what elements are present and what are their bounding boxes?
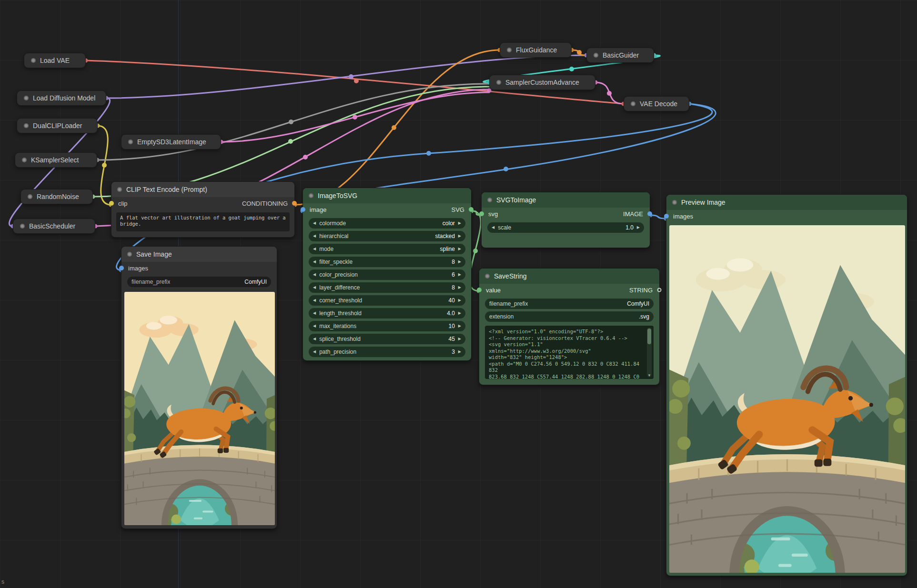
node-vae-decode[interactable]: VAE Decode xyxy=(624,96,689,111)
increment-arrow[interactable]: ▶ xyxy=(458,234,461,238)
decrement-arrow[interactable]: ◀ xyxy=(313,234,316,238)
input-port-images[interactable] xyxy=(119,266,124,270)
node-save-string[interactable]: SaveString value STRING filename_prefix … xyxy=(479,268,660,385)
collapse-dot[interactable] xyxy=(594,53,598,58)
collapse-dot[interactable] xyxy=(24,123,29,128)
node-empty-sd3-latent-image[interactable]: EmptySD3LatentImage xyxy=(121,134,221,149)
widget-colormode[interactable]: ◀ colormode color ▶ xyxy=(309,218,465,229)
increment-arrow[interactable]: ▶ xyxy=(458,350,461,354)
preview-image-goat-bridge[interactable] xyxy=(669,225,905,573)
input-port-image[interactable] xyxy=(301,207,305,212)
canvas-artifact-text: s xyxy=(1,578,4,585)
collapse-dot[interactable] xyxy=(128,140,133,144)
widget-path-precision[interactable]: ◀ path_precision 3 ▶ xyxy=(309,347,465,357)
node-title: Load Diffusion Model xyxy=(33,94,95,102)
node-image-to-svg[interactable]: ImageToSVG image SVG ◀ colormode color ▶… xyxy=(302,188,472,361)
widget-mode[interactable]: ◀ mode spline ▶ xyxy=(309,244,465,254)
input-port-svg[interactable] xyxy=(479,211,484,216)
node-title: EmptySD3LatentImage xyxy=(137,138,206,146)
node-random-noise[interactable]: RandomNoise xyxy=(20,189,93,204)
increment-arrow[interactable]: ▶ xyxy=(458,299,461,302)
increment-arrow[interactable]: ▶ xyxy=(458,260,461,264)
collapse-dot[interactable] xyxy=(31,58,36,63)
widget-hierarchical[interactable]: ◀ hierarchical stacked ▶ xyxy=(309,231,465,241)
widget-splice-threshold[interactable]: ◀ splice_threshold 45 ▶ xyxy=(309,334,465,344)
collapse-dot[interactable] xyxy=(487,198,492,202)
node-svg-to-image[interactable]: SVGToImage svg IMAGE ◀ scale 1.0 ▶ xyxy=(481,192,650,248)
decrement-arrow[interactable]: ◀ xyxy=(313,337,316,341)
scrollbar-thumb[interactable] xyxy=(647,329,651,344)
widget-filter-speckle[interactable]: ◀ filter_speckle 8 ▶ xyxy=(309,257,465,267)
node-clip-text-encode[interactable]: CLIP Text Encode (Prompt) clip CONDITION… xyxy=(111,181,295,238)
node-graph-canvas[interactable]: Load VAE Load Diffusion Model DualCLIPLo… xyxy=(0,0,917,588)
scroll-down-icon[interactable]: ▾ xyxy=(647,373,652,378)
node-header[interactable]: SVGToImage xyxy=(482,192,650,208)
widget-corner-threshold[interactable]: ◀ corner_threshold 40 ▶ xyxy=(309,295,465,306)
node-save-image[interactable]: Save Image images filename_prefix ComfyU… xyxy=(121,246,277,529)
node-load-vae[interactable]: Load VAE xyxy=(24,53,86,68)
node-header[interactable]: ImageToSVG xyxy=(303,188,471,203)
decrement-arrow[interactable]: ◀ xyxy=(313,260,316,264)
decrement-arrow[interactable]: ◀ xyxy=(313,350,316,354)
decrement-arrow[interactable]: ◀ xyxy=(313,273,316,277)
collapse-dot[interactable] xyxy=(309,193,313,198)
decrement-arrow[interactable]: ◀ xyxy=(313,324,316,328)
increment-arrow[interactable]: ▶ xyxy=(458,221,461,225)
increment-arrow[interactable]: ▶ xyxy=(637,226,640,229)
node-dual-clip-loader[interactable]: DualCLIPLoader xyxy=(17,118,98,133)
input-port-images[interactable] xyxy=(664,214,669,219)
increment-arrow[interactable]: ▶ xyxy=(458,324,461,328)
collapse-dot[interactable] xyxy=(28,194,32,199)
decrement-arrow[interactable]: ◀ xyxy=(313,299,316,302)
collapse-dot[interactable] xyxy=(127,252,132,257)
widget-scale[interactable]: ◀ scale 1.0 ▶ xyxy=(487,222,644,233)
collapse-dot[interactable] xyxy=(485,274,490,279)
node-header[interactable]: Preview Image xyxy=(666,195,907,210)
collapse-dot[interactable] xyxy=(507,48,512,52)
collapse-dot[interactable] xyxy=(20,224,25,229)
input-port-clip[interactable] xyxy=(109,201,114,206)
increment-arrow[interactable]: ▶ xyxy=(458,286,461,289)
widget-filename-prefix[interactable]: filename_prefix ComfyUI xyxy=(485,299,654,309)
node-header[interactable]: Save Image xyxy=(121,247,277,262)
collapse-dot[interactable] xyxy=(672,200,677,205)
node-flux-guidance[interactable]: FluxGuidance xyxy=(500,42,572,58)
decrement-arrow[interactable]: ◀ xyxy=(313,311,316,315)
node-basic-guider[interactable]: BasicGuider xyxy=(586,48,654,63)
collapse-dot[interactable] xyxy=(117,187,122,192)
node-load-diffusion-model[interactable]: Load Diffusion Model xyxy=(17,90,106,106)
increment-arrow[interactable]: ▶ xyxy=(458,311,461,315)
decrement-arrow[interactable]: ◀ xyxy=(492,226,494,229)
node-header[interactable]: SaveString xyxy=(479,269,659,284)
saved-image-goat-bridge[interactable] xyxy=(124,292,275,525)
collapse-dot[interactable] xyxy=(631,101,635,106)
decrement-arrow[interactable]: ◀ xyxy=(313,221,316,225)
output-port-image[interactable] xyxy=(647,211,652,216)
widget-layer-difference[interactable]: ◀ layer_difference 8 ▶ xyxy=(309,282,465,293)
collapse-dot[interactable] xyxy=(24,96,29,100)
increment-arrow[interactable]: ▶ xyxy=(458,273,461,277)
output-port-svg[interactable] xyxy=(469,207,474,212)
widget-filename-prefix[interactable]: filename_prefix ComfyUI xyxy=(127,277,271,287)
decrement-arrow[interactable]: ◀ xyxy=(313,286,316,289)
node-basic-scheduler[interactable]: BasicScheduler xyxy=(13,219,95,234)
node-sampler-custom-advance[interactable]: SamplerCustomAdvance xyxy=(489,75,595,90)
widget-extension[interactable]: extension .svg xyxy=(485,311,654,322)
scrollbar[interactable]: ▾ xyxy=(647,328,652,377)
output-port-conditioning[interactable] xyxy=(292,201,297,206)
collapse-dot[interactable] xyxy=(496,80,501,85)
widget-color-precision[interactable]: ◀ color_precision 6 ▶ xyxy=(309,269,465,280)
collapse-dot[interactable] xyxy=(22,158,27,162)
node-preview-image[interactable]: Preview Image images xyxy=(666,194,907,576)
increment-arrow[interactable]: ▶ xyxy=(458,337,461,341)
prompt-text-widget[interactable]: A flat vector art illustration of a goat… xyxy=(116,212,290,231)
svg-source-textarea[interactable]: <?xml version="1.0" encoding="UTF-8"?> <… xyxy=(485,326,654,379)
output-port-string[interactable] xyxy=(657,288,662,292)
widget-max-iterations[interactable]: ◀ max_iterations 10 ▶ xyxy=(309,321,465,331)
widget-length-threshold[interactable]: ◀ length_threshold 4.0 ▶ xyxy=(309,308,465,319)
decrement-arrow[interactable]: ◀ xyxy=(313,247,316,251)
node-header[interactable]: CLIP Text Encode (Prompt) xyxy=(111,182,294,197)
node-ksampler-select[interactable]: KSamplerSelect xyxy=(15,152,97,168)
increment-arrow[interactable]: ▶ xyxy=(458,247,461,251)
input-port-value[interactable] xyxy=(477,288,482,292)
